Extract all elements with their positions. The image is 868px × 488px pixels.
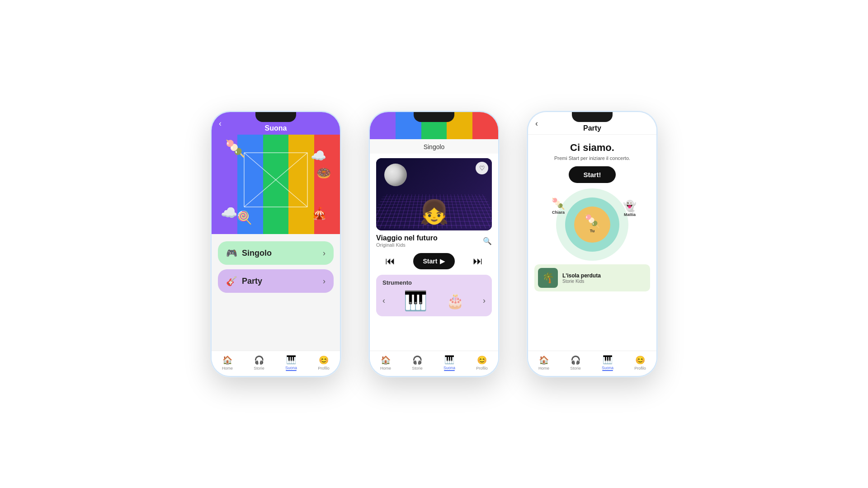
song-item-text: L'isola perduta Storie Kids — [562, 272, 601, 284]
home-label-3: Home — [538, 366, 549, 371]
nav-profilo-3[interactable]: 😊 Profilo — [634, 355, 646, 371]
chiara-label: Chiara — [552, 210, 565, 215]
phone-1: ‹ Suona — [210, 111, 341, 377]
nav-home-3[interactable]: 🏠 Home — [538, 355, 549, 371]
nav-underline-1 — [286, 370, 297, 371]
nav-storie-1[interactable]: 🎧 Storie — [254, 355, 264, 371]
suona-icon-3: 🎹 — [603, 355, 613, 365]
song-item-3[interactable]: 🌴 L'isola perduta Storie Kids — [534, 264, 650, 291]
instrument-image: 🎹 — [404, 290, 427, 312]
profilo-label-1: Profilo — [318, 366, 330, 371]
song-info: Viaggio nel futuro Originali Kids — [376, 234, 438, 248]
char-bottom-right: 🎪 — [312, 206, 326, 221]
phone-3: ‹ Party Ci siamo. Premi Start per inizia… — [527, 111, 658, 377]
party-icon: 🎸 — [226, 276, 237, 286]
phone2-bottom-nav: 🏠 Home 🎧 Storie 🎹 Suona 😊 Profilo — [370, 351, 498, 376]
party-arrow: › — [323, 277, 326, 286]
phone2-singolo-header: Singolo — [370, 139, 498, 154]
phone2-content: 👧 ♡ Viaggio nel futuro Originali Kids 🔍 … — [370, 154, 498, 351]
storie-icon-1: 🎧 — [254, 355, 264, 365]
ci-siamo-heading: Ci siamo. — [570, 142, 614, 154]
p2-stripe-1 — [370, 112, 396, 139]
nav-underline-2 — [444, 370, 455, 371]
nav-suona-3[interactable]: 🎹 Suona — [602, 355, 613, 371]
party-button[interactable]: 🎸 Party › — [218, 269, 334, 293]
play-label: Start — [423, 258, 438, 265]
song-title-row: Viaggio nel futuro Originali Kids 🔍 — [376, 234, 492, 248]
phone1-rainbow-area: 🍡 ☁️ 🍩 ☁️ 🍭 🎪 — [212, 135, 340, 234]
search-button[interactable]: 🔍 — [483, 237, 492, 245]
girl-character: 👧 — [420, 198, 449, 226]
start-button-3[interactable]: Start! — [569, 166, 615, 183]
prev-button[interactable]: ⏮ — [385, 255, 395, 267]
phone2-header-text: Singolo — [424, 143, 445, 150]
strumento-title: Strumento — [382, 279, 486, 286]
nav-profilo-2[interactable]: 😊 Profilo — [476, 355, 488, 371]
home-icon-1: 🏠 — [222, 355, 232, 365]
party-circle-area: 🍡 Tu 🍡 Chiara 👻 Mattia — [547, 188, 637, 261]
p2-stripe-5 — [472, 112, 498, 139]
phone1-title: Suona — [265, 124, 287, 132]
carousel-next[interactable]: › — [483, 296, 486, 305]
nav-suona-2[interactable]: 🎹 Suona — [443, 355, 455, 371]
notch-1 — [255, 112, 296, 122]
chiara-emoji: 🍡 — [552, 197, 565, 210]
phone3-bottom-nav: 🏠 Home 🎧 Storie 🎹 Suona 😊 Profilo — [528, 351, 656, 376]
heart-button[interactable]: ♡ — [476, 162, 488, 174]
strumento-carousel: ‹ 🎹 🎂 › — [382, 290, 486, 312]
phone1-menu: 🎮 Singolo › 🎸 Party › — [212, 234, 340, 351]
carousel-prev[interactable]: ‹ — [382, 296, 385, 305]
notch-2 — [414, 112, 454, 122]
back-button-1[interactable]: ‹ — [219, 119, 222, 128]
profilo-icon-2: 😊 — [477, 355, 487, 365]
char-bottom-left: ☁️ — [221, 205, 237, 221]
avatar-tu: 🍡 Tu — [585, 214, 600, 233]
play-icon: ▶ — [440, 258, 445, 265]
profilo-icon-3: 😊 — [635, 355, 645, 365]
home-icon-3: 🏠 — [539, 355, 549, 365]
next-button[interactable]: ⏭ — [473, 255, 483, 267]
back-button-3[interactable]: ‹ — [535, 118, 538, 128]
singolo-icon: 🎮 — [226, 248, 237, 258]
phone-2: Singolo 👧 ♡ Viaggio nel futuro Originali… — [368, 111, 500, 377]
nav-underline-3 — [602, 370, 613, 371]
profilo-label-3: Profilo — [634, 366, 646, 371]
profilo-icon-1: 😊 — [319, 355, 329, 365]
char-mid-right: 🍩 — [316, 166, 331, 180]
strumento-section: Strumento ‹ 🎹 🎂 › — [376, 275, 492, 316]
profilo-label-2: Profilo — [476, 366, 488, 371]
suona-label-3: Suona — [602, 366, 613, 370]
home-label-2: Home — [380, 366, 391, 371]
singolo-btn-left: 🎮 Singolo — [226, 248, 272, 258]
nav-home-1[interactable]: 🏠 Home — [222, 355, 233, 371]
storie-icon-3: 🎧 — [571, 355, 580, 365]
storie-icon-2: 🎧 — [412, 355, 422, 365]
song-card: 👧 ♡ — [376, 158, 492, 230]
nav-suona-1[interactable]: 🎹 Suona — [285, 355, 297, 371]
play-button[interactable]: Start ▶ — [413, 253, 455, 269]
tu-emoji: 🍡 — [585, 214, 600, 229]
player-controls: ⏮ Start ▶ ⏭ — [376, 251, 492, 271]
nav-home-2[interactable]: 🏠 Home — [380, 355, 391, 371]
char-top-left: 🍡 — [225, 139, 245, 158]
song-subtitle: Originali Kids — [376, 242, 438, 248]
singolo-button[interactable]: 🎮 Singolo › — [218, 241, 334, 265]
mattia-emoji: 👻 — [623, 200, 637, 212]
singolo-label: Singolo — [242, 249, 272, 258]
phone3-content: Ci siamo. Premi Start per iniziare il co… — [528, 135, 656, 351]
song-item-sub: Storie Kids — [562, 279, 601, 284]
phone1-bottom-nav: 🏠 Home 🎧 Storie 🎹 Suona 😊 Profilo — [212, 351, 340, 376]
nav-profilo-1[interactable]: 😊 Profilo — [318, 355, 330, 371]
singolo-arrow: › — [323, 249, 326, 258]
nav-storie-2[interactable]: 🎧 Storie — [412, 355, 423, 371]
mattia-label: Mattia — [624, 212, 636, 217]
phone1-characters: 🍡 ☁️ 🍩 ☁️ 🍭 🎪 — [212, 135, 340, 234]
moon-decoration — [384, 164, 407, 186]
instrument-cake: 🎂 — [446, 292, 464, 310]
storie-label-2: Storie — [412, 366, 423, 371]
song-item-thumb: 🌴 — [538, 268, 558, 288]
party-label: Party — [242, 277, 262, 286]
nav-storie-3[interactable]: 🎧 Storie — [570, 355, 581, 371]
notch-3 — [572, 112, 613, 122]
storie-label-1: Storie — [254, 366, 264, 371]
